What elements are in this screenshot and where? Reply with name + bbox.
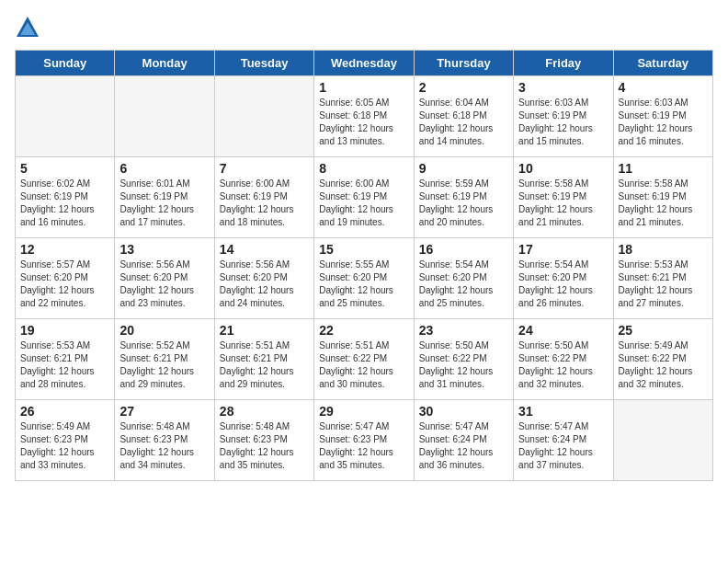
day-header-saturday: Saturday [613,51,712,76]
logo [15,15,44,40]
calendar-cell: 10Sunrise: 5:58 AM Sunset: 6:19 PM Dayli… [514,157,613,238]
cell-info: Sunrise: 5:56 AM Sunset: 6:20 PM Dayligh… [119,259,209,310]
cell-info: Sunrise: 5:53 AM Sunset: 6:21 PM Dayligh… [619,259,708,310]
calendar-cell: 21Sunrise: 5:51 AM Sunset: 6:21 PM Dayli… [214,319,313,400]
logo-icon [15,15,40,40]
day-number: 8 [319,161,408,176]
cell-info: Sunrise: 6:00 AM Sunset: 6:19 PM Dayligh… [220,178,309,229]
day-number: 14 [220,242,309,257]
calendar-cell: 20Sunrise: 5:52 AM Sunset: 6:21 PM Dayli… [115,319,214,400]
day-number: 9 [419,161,508,176]
day-header-sunday: Sunday [16,51,115,76]
calendar-table: SundayMondayTuesdayWednesdayThursdayFrid… [15,50,713,481]
cell-info: Sunrise: 5:53 AM Sunset: 6:21 PM Dayligh… [20,339,109,391]
cell-info: Sunrise: 5:51 AM Sunset: 6:21 PM Dayligh… [220,339,309,391]
cell-info: Sunrise: 5:48 AM Sunset: 6:23 PM Dayligh… [119,420,209,472]
calendar-cell: 11Sunrise: 5:58 AM Sunset: 6:19 PM Dayli… [613,157,712,238]
calendar-cell: 15Sunrise: 5:55 AM Sunset: 6:20 PM Dayli… [314,238,414,319]
day-number: 20 [119,323,209,338]
calendar-week-1: 1Sunrise: 6:05 AM Sunset: 6:18 PM Daylig… [16,76,713,157]
day-header-monday: Monday [115,51,214,76]
cell-info: Sunrise: 5:49 AM Sunset: 6:23 PM Dayligh… [20,420,109,472]
calendar-body: 1Sunrise: 6:05 AM Sunset: 6:18 PM Daylig… [16,76,713,481]
calendar-cell: 27Sunrise: 5:48 AM Sunset: 6:23 PM Dayli… [115,400,214,481]
cell-info: Sunrise: 5:56 AM Sunset: 6:20 PM Dayligh… [220,259,309,310]
calendar-cell: 7Sunrise: 6:00 AM Sunset: 6:19 PM Daylig… [214,157,313,238]
day-number: 26 [20,404,109,419]
calendar-cell: 17Sunrise: 5:54 AM Sunset: 6:20 PM Dayli… [514,238,613,319]
cell-info: Sunrise: 5:54 AM Sunset: 6:20 PM Dayligh… [518,259,608,310]
calendar-cell: 12Sunrise: 5:57 AM Sunset: 6:20 PM Dayli… [16,238,115,319]
cell-info: Sunrise: 5:52 AM Sunset: 6:21 PM Dayligh… [119,339,209,391]
cell-info: Sunrise: 5:47 AM Sunset: 6:24 PM Dayligh… [419,420,508,472]
day-number: 3 [518,80,608,95]
calendar-week-2: 5Sunrise: 6:02 AM Sunset: 6:19 PM Daylig… [16,157,713,238]
cell-info: Sunrise: 5:57 AM Sunset: 6:20 PM Dayligh… [20,259,109,310]
day-header-tuesday: Tuesday [214,51,313,76]
day-number: 1 [319,80,408,95]
day-number: 5 [20,161,109,176]
cell-info: Sunrise: 5:55 AM Sunset: 6:20 PM Dayligh… [319,259,408,310]
calendar-cell: 25Sunrise: 5:49 AM Sunset: 6:22 PM Dayli… [613,319,712,400]
day-number: 13 [119,242,209,257]
day-number: 18 [619,242,708,257]
day-number: 22 [319,323,408,338]
day-header-friday: Friday [514,51,613,76]
calendar-cell: 8Sunrise: 6:00 AM Sunset: 6:19 PM Daylig… [314,157,414,238]
day-number: 4 [619,80,708,95]
calendar-cell: 4Sunrise: 6:03 AM Sunset: 6:19 PM Daylig… [613,76,712,157]
cell-info: Sunrise: 5:59 AM Sunset: 6:19 PM Dayligh… [419,178,508,229]
cell-info: Sunrise: 5:50 AM Sunset: 6:22 PM Dayligh… [419,339,508,391]
cell-info: Sunrise: 5:47 AM Sunset: 6:23 PM Dayligh… [319,420,408,472]
calendar-cell: 9Sunrise: 5:59 AM Sunset: 6:19 PM Daylig… [414,157,513,238]
cell-info: Sunrise: 6:04 AM Sunset: 6:18 PM Dayligh… [419,97,508,148]
day-number: 19 [20,323,109,338]
calendar-cell: 19Sunrise: 5:53 AM Sunset: 6:21 PM Dayli… [16,319,115,400]
day-number: 30 [419,404,508,419]
calendar-week-4: 19Sunrise: 5:53 AM Sunset: 6:21 PM Dayli… [16,319,713,400]
cell-info: Sunrise: 6:03 AM Sunset: 6:19 PM Dayligh… [518,97,608,148]
cell-info: Sunrise: 5:51 AM Sunset: 6:22 PM Dayligh… [319,339,408,391]
day-number: 16 [419,242,508,257]
calendar-cell: 13Sunrise: 5:56 AM Sunset: 6:20 PM Dayli… [115,238,214,319]
calendar-cell [613,400,712,481]
calendar-cell [115,76,214,157]
day-header-thursday: Thursday [414,51,513,76]
day-number: 11 [619,161,708,176]
day-number: 31 [518,404,608,419]
calendar-cell: 26Sunrise: 5:49 AM Sunset: 6:23 PM Dayli… [16,400,115,481]
cell-info: Sunrise: 5:58 AM Sunset: 6:19 PM Dayligh… [518,178,608,229]
day-number: 12 [20,242,109,257]
day-header-wednesday: Wednesday [314,51,414,76]
cell-info: Sunrise: 6:03 AM Sunset: 6:19 PM Dayligh… [619,97,708,148]
calendar-week-5: 26Sunrise: 5:49 AM Sunset: 6:23 PM Dayli… [16,400,713,481]
calendar-cell: 30Sunrise: 5:47 AM Sunset: 6:24 PM Dayli… [414,400,513,481]
calendar-cell: 14Sunrise: 5:56 AM Sunset: 6:20 PM Dayli… [214,238,313,319]
calendar-header-row: SundayMondayTuesdayWednesdayThursdayFrid… [16,51,713,76]
cell-info: Sunrise: 5:58 AM Sunset: 6:19 PM Dayligh… [619,178,708,229]
day-number: 2 [419,80,508,95]
page-header [15,15,713,40]
day-number: 25 [619,323,708,338]
day-number: 17 [518,242,608,257]
day-number: 29 [319,404,408,419]
calendar-week-3: 12Sunrise: 5:57 AM Sunset: 6:20 PM Dayli… [16,238,713,319]
day-number: 6 [119,161,209,176]
cell-info: Sunrise: 6:05 AM Sunset: 6:18 PM Dayligh… [319,97,408,148]
calendar-cell: 1Sunrise: 6:05 AM Sunset: 6:18 PM Daylig… [314,76,414,157]
calendar-cell: 18Sunrise: 5:53 AM Sunset: 6:21 PM Dayli… [613,238,712,319]
calendar-cell: 23Sunrise: 5:50 AM Sunset: 6:22 PM Dayli… [414,319,513,400]
cell-info: Sunrise: 5:54 AM Sunset: 6:20 PM Dayligh… [419,259,508,310]
calendar-cell: 5Sunrise: 6:02 AM Sunset: 6:19 PM Daylig… [16,157,115,238]
day-number: 23 [419,323,508,338]
calendar-cell: 22Sunrise: 5:51 AM Sunset: 6:22 PM Dayli… [314,319,414,400]
calendar-cell: 2Sunrise: 6:04 AM Sunset: 6:18 PM Daylig… [414,76,513,157]
calendar-cell: 28Sunrise: 5:48 AM Sunset: 6:23 PM Dayli… [214,400,313,481]
day-number: 15 [319,242,408,257]
day-number: 21 [220,323,309,338]
calendar-cell: 29Sunrise: 5:47 AM Sunset: 6:23 PM Dayli… [314,400,414,481]
calendar-cell: 3Sunrise: 6:03 AM Sunset: 6:19 PM Daylig… [514,76,613,157]
calendar-cell: 24Sunrise: 5:50 AM Sunset: 6:22 PM Dayli… [514,319,613,400]
cell-info: Sunrise: 5:48 AM Sunset: 6:23 PM Dayligh… [220,420,309,472]
calendar-cell: 31Sunrise: 5:47 AM Sunset: 6:24 PM Dayli… [514,400,613,481]
